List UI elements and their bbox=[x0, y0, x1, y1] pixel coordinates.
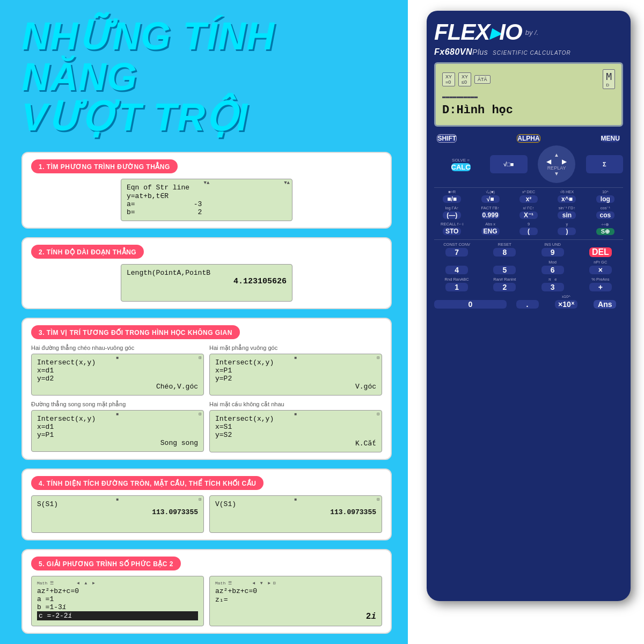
f3-sub2: Hai mặt phẳng vuông góc ■ ⊟ Intersect(x,… bbox=[209, 345, 382, 396]
kw-del: DEL bbox=[578, 241, 623, 257]
kw-r2-5: cos⁻¹ cos bbox=[588, 206, 623, 219]
calc-model: Fx680VNPlus SCIENTIFIC CALCULATOR bbox=[434, 47, 623, 57]
key-del[interactable]: DEL bbox=[589, 247, 612, 257]
key-row-r1-labels: ■÷R ■/■ √ₐ(■) √■ x³ DEC x² √6 HEX x^■ 10… bbox=[434, 189, 623, 203]
calc-key[interactable]: CALC bbox=[451, 163, 471, 171]
key-3[interactable]: 3 bbox=[541, 283, 564, 291]
key-row-shift: SHIFT ALPHA MENU bbox=[434, 134, 623, 143]
kw-ans: Ans bbox=[587, 294, 623, 309]
screen-f5-1: Math ☰ ◄ ▲ ► az²+bz+c=0 a =1 b =1-3i c =… bbox=[31, 576, 204, 626]
key-4[interactable]: 4 bbox=[445, 266, 468, 274]
sigma-key[interactable]: Σ bbox=[586, 155, 623, 173]
key-0[interactable]: 0 bbox=[434, 300, 507, 309]
kw-sto-3: 9 ( bbox=[511, 222, 546, 235]
screen-f3-3: ■ ⊟ Intersect(x,y) x=d1 y=P1 Song song bbox=[31, 410, 204, 452]
feature-5-grid: Math ☰ ◄ ▲ ► az²+bz+c=0 a =1 b =1-3i c =… bbox=[31, 576, 382, 626]
screen-display: D:Hình học bbox=[442, 103, 615, 117]
kw-mul: nPr GC × bbox=[578, 260, 623, 274]
kw-5: 5 bbox=[482, 260, 527, 274]
calc-screen: XY=0 XY≤0 ÂTÂ MD ▬▬▬▬▬▬▬▬▬▬ D:Hình học bbox=[434, 62, 623, 127]
key-row-0: 0 . x10^ ×10ˣ Ans bbox=[434, 294, 623, 309]
key-lparen[interactable]: ( bbox=[519, 228, 538, 235]
kw-3: π e 3 bbox=[530, 277, 575, 291]
key-1[interactable]: 1 bbox=[445, 283, 468, 291]
calc-keyboard: SHIFT ALPHA MENU SOLVE = CALC √□■ bbox=[434, 134, 623, 311]
left-panel: NHỮNG TÍNH NĂNG VƯỢT TRỘI 1. TÌM PHƯƠNG … bbox=[0, 0, 408, 644]
screen-icon-2: XY≤0 bbox=[458, 72, 471, 86]
feature-title-1: 1. TÌM PHƯƠNG TRÌNH ĐƯỜNG THẲNG bbox=[31, 159, 178, 173]
solve-label: SOLVE = bbox=[452, 158, 470, 163]
kw-sto-5: ÷÷⊕ S⊕ bbox=[588, 222, 623, 235]
kw-r2-4: sin⁻¹ ΓD↑ sin bbox=[549, 206, 584, 219]
sqrt-key[interactable]: √□■ bbox=[490, 155, 527, 173]
feature-title-5: 5. GIẢI PHƯƠNG TRÌNH SỐ PHỨC BẬC 2 bbox=[31, 557, 181, 570]
screen-f2: Length(PointA,PointB 4.123105626 bbox=[121, 264, 292, 302]
kw-r1-4: √6 HEX x^■ bbox=[549, 189, 584, 203]
feature-title-4: 4. TÍNH DIỆN TÍCH ĐƯỜNG TRÒN, MẶT CẦU, T… bbox=[31, 476, 264, 490]
calculator: FLEX▸IO by /. Fx680VNPlus SCIENTIFIC CAL… bbox=[427, 11, 631, 601]
key-plus[interactable]: + bbox=[589, 283, 612, 291]
screen-icons-row: XY=0 XY≤0 ÂTÂ MD bbox=[442, 69, 615, 89]
menu-key[interactable]: MENU bbox=[601, 135, 620, 142]
key-9[interactable]: 9 bbox=[541, 248, 564, 257]
kw-x10: x10^ ×10ˣ bbox=[548, 294, 584, 309]
key-row-sto: RECALL f←i STO Abs x ENG 9 ( y ) ÷÷⊕ S bbox=[434, 222, 623, 235]
feature-title-3: 3. TÌM VỊ TRÍ TƯƠNG ĐỐI TRONG HÌNH HỌC K… bbox=[31, 325, 240, 339]
key-x10[interactable]: ×10ˣ bbox=[555, 300, 577, 309]
f3-sub3: Đường thẳng song song mặt phẳng ■ ⊟ Inte… bbox=[31, 401, 204, 452]
key-log[interactable]: log bbox=[596, 195, 614, 203]
screen-f3-4: ■ ⊟ Intersect(x,y) x=S1 y=S2 K.Cắt bbox=[209, 410, 382, 452]
key-2[interactable]: 2 bbox=[493, 283, 516, 291]
key-6[interactable]: 6 bbox=[541, 266, 564, 274]
replay-key[interactable]: ▲ ◀ ▶ REPLAY ▼ bbox=[538, 145, 575, 183]
kw-sto-1: RECALL f←i STO bbox=[434, 222, 470, 235]
screen-f1: ▼▲ ▼▲ Eqn of Str line y=at+b,t∈R a= -3 b… bbox=[121, 179, 292, 221]
kw-0: 0 bbox=[434, 294, 507, 309]
key-s-theta[interactable]: S⊕ bbox=[596, 228, 614, 235]
key-frac[interactable]: ■/■ bbox=[443, 195, 461, 203]
key-5[interactable]: 5 bbox=[493, 266, 516, 274]
kw-r1-2: √ₐ(■) √■ bbox=[472, 189, 508, 203]
screen-icon-1: XY=0 bbox=[442, 72, 455, 86]
screen-f4-2: ■ ⊟ V(S1) 113.0973355 bbox=[209, 495, 382, 533]
shift-key[interactable]: SHIFT bbox=[437, 134, 457, 143]
screen-line1: ▬▬▬▬▬▬▬▬▬▬ bbox=[442, 93, 615, 100]
kw-4: 4 bbox=[434, 260, 479, 274]
kw-7: CONST CONV 7 bbox=[434, 242, 479, 257]
key-xinv[interactable]: X⁻¹ bbox=[519, 211, 538, 219]
key-wrap-shift: SHIFT bbox=[434, 134, 459, 143]
key-ans[interactable]: Ans bbox=[594, 300, 616, 309]
kw-8: RESET 8 bbox=[482, 242, 527, 257]
kw-r2-2: FACT ΓB↑ 0.999 bbox=[472, 206, 508, 219]
key-cos[interactable]: cos bbox=[596, 211, 614, 219]
main-title: NHỮNG TÍNH NĂNG VƯỢT TRỘI bbox=[21, 16, 392, 138]
screen-f3-1: ■ ⊟ Intersect(x,y) x=d1 y=d2 Chéo,V.góc bbox=[31, 354, 204, 396]
key-x2[interactable]: x² bbox=[519, 195, 538, 203]
key-sin[interactable]: sin bbox=[558, 211, 576, 219]
feature-card-4: 4. TÍNH DIỆN TÍCH ĐƯỜNG TRÒN, MẶT CẦU, T… bbox=[21, 469, 392, 540]
kw-2: Ran# RanInt 2 bbox=[482, 277, 527, 291]
key-wrap-alpha: ALPHA bbox=[516, 134, 541, 143]
key-0999[interactable]: 0.999 bbox=[481, 211, 500, 219]
kw-r2-3: x/ ΓC↑ X⁻¹ bbox=[511, 206, 546, 219]
key-rparen[interactable]: ) bbox=[558, 228, 576, 235]
f3-sub1: Hai đường thẳng chéo nhau-vuông góc ■ ⊟ … bbox=[31, 345, 204, 396]
feature-card-2: 2. TÍNH ĐỘ DÀI ĐOẠN THẲNG Length(PointA,… bbox=[21, 237, 392, 309]
kw-sto-4: y ) bbox=[549, 222, 584, 235]
key-row-solve: SOLVE = CALC √□■ ▲ ◀ ▶ REPLAY ▼ Σ bbox=[434, 145, 623, 183]
key-wrap-solve: SOLVE = CALC bbox=[434, 158, 487, 171]
key-eng[interactable]: ENG bbox=[481, 228, 500, 235]
key-dot[interactable]: . bbox=[516, 300, 539, 309]
kw-dot: . bbox=[509, 294, 545, 309]
key-xn[interactable]: x^■ bbox=[558, 195, 576, 203]
key-sto[interactable]: STO bbox=[443, 228, 461, 235]
key-7[interactable]: 7 bbox=[445, 248, 468, 257]
key-8[interactable]: 8 bbox=[493, 248, 516, 257]
replay-area: ▲ ◀ ▶ REPLAY ▼ bbox=[530, 145, 583, 183]
key-neg[interactable]: (—) bbox=[443, 211, 461, 219]
alpha-key[interactable]: ALPHA bbox=[517, 134, 540, 143]
key-mul[interactable]: × bbox=[589, 266, 612, 274]
feature-card-3: 3. TÌM VỊ TRÍ TƯƠNG ĐỐI TRONG HÌNH HỌC K… bbox=[21, 318, 392, 460]
key-sqrt[interactable]: √■ bbox=[481, 195, 500, 203]
key-row-r2: log ΓA↑ (—) FACT ΓB↑ 0.999 x/ ΓC↑ X⁻¹ si… bbox=[434, 206, 623, 219]
